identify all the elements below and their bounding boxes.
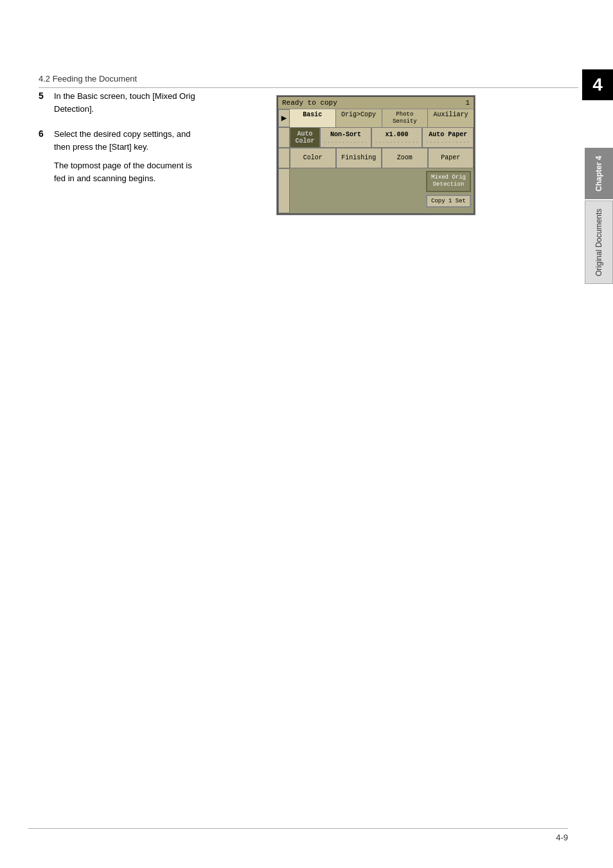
chapter-tab: Chapter 4 bbox=[585, 148, 613, 199]
auto-paper-dots: ............ bbox=[425, 138, 470, 144]
paper-label: Paper bbox=[441, 154, 460, 161]
right-sidebar: Chapter 4 Original Documents bbox=[585, 148, 613, 284]
lcd-cell-paper[interactable]: Paper bbox=[428, 148, 474, 168]
auto-color-bottom: Color bbox=[296, 137, 315, 145]
step-6-subtext: The topmost page of the document is fed … bbox=[54, 159, 202, 184]
lcd-screen: Ready to copy 1 ▶ Basic Orig>Copy PhotoS… bbox=[277, 96, 475, 215]
lcd-tab-auxiliary[interactable]: Auxiliary bbox=[428, 109, 474, 127]
page-number: 4-9 bbox=[28, 828, 568, 842]
lcd-cell-zoom[interactable]: x1.000 ............ bbox=[371, 127, 423, 148]
lcd-cell-finishing[interactable]: Finishing bbox=[336, 148, 382, 168]
color-label: Color bbox=[303, 154, 323, 161]
lcd-row1: Auto Color Non-Sort ............ x1.000 … bbox=[278, 127, 474, 148]
non-sort-dots: ............ bbox=[323, 138, 368, 144]
step-5-number: 5 bbox=[39, 91, 54, 115]
lcd-tab-orig-copy[interactable]: Orig>Copy bbox=[336, 109, 382, 127]
section-header: 4.2 Feeding the Document bbox=[39, 74, 578, 88]
lcd-screen-container: Ready to copy 1 ▶ Basic Orig>Copy PhotoS… bbox=[276, 95, 475, 215]
copy-1-set-button[interactable]: Copy 1 Set bbox=[426, 195, 471, 208]
zoom-top: x1.000 bbox=[386, 131, 409, 138]
step-6-number: 6 bbox=[39, 128, 54, 184]
lcd-cell-non-sort[interactable]: Non-Sort ............ bbox=[320, 127, 371, 148]
auto-color-top: Auto bbox=[298, 130, 313, 137]
lcd-status-text: Ready to copy bbox=[282, 99, 337, 107]
lcd-row1-arrow bbox=[278, 127, 290, 148]
lcd-page-number: 1 bbox=[465, 99, 470, 107]
lcd-header-bar: Ready to copy 1 bbox=[278, 97, 474, 109]
lcd-cell-auto-color[interactable]: Auto Color bbox=[290, 127, 320, 148]
lcd-tab-photo[interactable]: PhotoSensity bbox=[382, 109, 429, 127]
lcd-tab-basic[interactable]: Basic bbox=[290, 109, 336, 127]
zoom-label: Zoom bbox=[397, 154, 413, 161]
lcd-cell-zoom-label[interactable]: Zoom bbox=[382, 148, 428, 168]
mixed-orig-detection-button[interactable]: Mixed OrigDetection bbox=[426, 171, 471, 192]
lcd-tabs-row: ▶ Basic Orig>Copy PhotoSensity Auxiliary bbox=[278, 109, 474, 127]
step-5-text: In the Basic screen, touch [Mixed Orig D… bbox=[54, 90, 202, 115]
lcd-bottom-row: Mixed OrigDetection Copy 1 Set bbox=[278, 168, 474, 213]
lcd-bottom-arrow bbox=[278, 168, 290, 213]
lcd-cell-auto-paper[interactable]: Auto Paper ............ bbox=[422, 127, 474, 148]
lcd-row2-arrow bbox=[278, 148, 290, 168]
section-number-badge: 4 bbox=[582, 69, 613, 100]
step-6-text: Select the desired copy settings, and th… bbox=[54, 128, 202, 184]
non-sort-top: Non-Sort bbox=[330, 131, 361, 138]
original-documents-tab: Original Documents bbox=[585, 200, 613, 284]
lcd-row2: Color Finishing Zoom Paper bbox=[278, 148, 474, 168]
zoom-dots: ............ bbox=[375, 138, 420, 144]
auto-paper-top: Auto Paper bbox=[429, 131, 467, 138]
lcd-arrow: ▶ bbox=[278, 109, 290, 127]
finishing-label: Finishing bbox=[341, 154, 376, 161]
lcd-cell-color[interactable]: Color bbox=[290, 148, 336, 168]
